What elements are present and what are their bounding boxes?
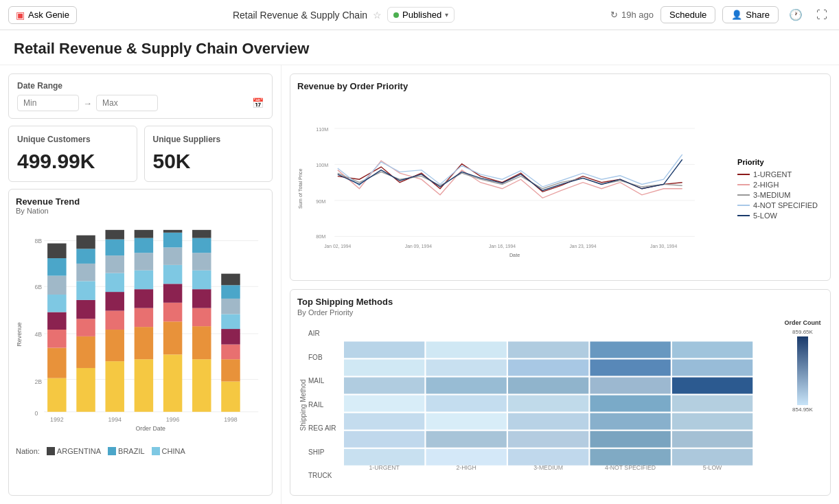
svg-rect-46 (163, 284, 182, 302)
heatmap-grid: 1-URGENT 2-HIGH 3-MEDIUM 4-NOT SPECIFIED… (344, 319, 777, 491)
page-header: Retail Revenue & Supply Chain Overview (0, 30, 839, 65)
svg-rect-52 (192, 326, 211, 359)
fullscreen-icon-button[interactable]: ⛶ (813, 8, 831, 23)
svg-rect-105 (590, 395, 670, 411)
svg-rect-30 (105, 292, 124, 310)
svg-rect-89 (508, 341, 588, 358)
refresh-info: ↻ 19h ago (610, 10, 654, 20)
ask-genie-button[interactable]: ▣ Ask Genie (8, 6, 77, 24)
calendar-icon[interactable]: 📅 (252, 98, 264, 108)
priority-legend-title: Priority (737, 158, 818, 166)
svg-rect-17 (47, 258, 66, 276)
topbar-center: Retail Revenue & Supply Chain ☆ Publishe… (233, 7, 455, 23)
color-scale-bar (797, 336, 808, 405)
legend-not-specified: 4-NOT SPECIFIED (737, 201, 818, 209)
svg-rect-49 (163, 233, 182, 248)
svg-text:90M: 90M (316, 198, 325, 205)
svg-text:Revenue: Revenue (16, 322, 23, 346)
not-specified-color (737, 205, 750, 206)
svg-rect-16 (47, 276, 66, 295)
svg-rect-33 (105, 240, 124, 256)
bar-chart-svg: Revenue 8B 6B 4B 2B 0 (16, 218, 265, 444)
nation-argentina: ARGENTINA (47, 447, 101, 455)
share-button[interactable]: 👤 Share (722, 6, 779, 23)
svg-rect-91 (672, 341, 752, 358)
svg-rect-109 (508, 413, 588, 429)
svg-rect-55 (192, 271, 211, 289)
svg-text:5-LOW: 5-LOW (703, 464, 722, 471)
svg-rect-98 (426, 377, 506, 393)
y-fob: FOB (308, 354, 341, 361)
chevron-down-icon: ▾ (445, 11, 448, 19)
svg-rect-90 (590, 341, 670, 358)
svg-rect-34 (105, 230, 124, 240)
star-icon[interactable]: ☆ (373, 10, 382, 21)
svg-text:Jan 23, 1994: Jan 23, 1994 (569, 244, 596, 249)
date-max-input[interactable] (96, 95, 158, 111)
svg-rect-107 (344, 413, 424, 429)
svg-rect-56 (192, 253, 211, 271)
status-dot (393, 12, 399, 18)
urgent-label: 1-URGENT (753, 170, 792, 179)
legend-high: 2-HIGH (737, 181, 818, 189)
topbar-right: ↻ 19h ago Schedule 👤 Share 🕐 ⛶ (610, 6, 831, 23)
svg-rect-99 (508, 377, 588, 393)
y-air: AIR (308, 330, 341, 337)
svg-text:80M: 80M (316, 233, 325, 240)
svg-rect-111 (672, 413, 752, 429)
schedule-button[interactable]: Schedule (660, 6, 715, 23)
svg-rect-100 (590, 377, 670, 393)
svg-rect-19 (76, 368, 95, 412)
topbar-left: ▣ Ask Genie (8, 6, 77, 24)
legend-min-value: 854.95K (792, 406, 813, 413)
svg-text:110M: 110M (316, 126, 328, 133)
svg-rect-50 (163, 230, 182, 233)
heatmap-svg: 1-URGENT 2-HIGH 3-MEDIUM 4-NOT SPECIFIED… (344, 319, 777, 491)
nation-china: CHINA (152, 447, 185, 455)
history-icon-button[interactable]: 🕐 (785, 7, 806, 23)
svg-rect-65 (221, 285, 240, 299)
nation-legend: Nation: ARGENTINA BRAZIL CHINA (16, 444, 265, 455)
svg-rect-26 (76, 236, 95, 249)
svg-rect-92 (344, 359, 424, 376)
date-range-inputs: → 📅 (17, 95, 264, 111)
svg-rect-115 (590, 431, 670, 447)
svg-rect-43 (163, 354, 182, 411)
svg-text:4-NOT SPECIFIED: 4-NOT SPECIFIED (605, 464, 656, 471)
svg-rect-38 (135, 289, 153, 308)
svg-text:Date: Date (509, 252, 520, 258)
svg-rect-60 (221, 359, 240, 381)
kpi-row: Unique Customers 499.99K Unique Supplier… (8, 126, 273, 182)
svg-rect-88 (426, 341, 506, 358)
china-swatch (152, 447, 160, 455)
svg-text:1994: 1994 (108, 416, 122, 423)
svg-rect-112 (344, 431, 424, 447)
svg-rect-58 (192, 230, 211, 238)
svg-rect-117 (344, 448, 424, 465)
published-badge[interactable]: Published ▾ (387, 7, 455, 23)
argentina-label: ARGENTINA (57, 447, 101, 455)
svg-rect-23 (76, 281, 95, 299)
customers-value: 499.99K (17, 150, 128, 173)
svg-rect-62 (221, 329, 240, 345)
right-panel: Revenue by Order Priority Sum of Total P… (281, 65, 839, 504)
not-specified-label: 4-NOT SPECIFIED (753, 201, 818, 209)
svg-rect-104 (508, 395, 588, 411)
brazil-swatch (108, 447, 116, 455)
high-color (737, 184, 750, 185)
order-count-legend-title: Order Count (785, 319, 821, 326)
svg-rect-20 (76, 336, 95, 368)
legend-medium: 3-MEDIUM (737, 191, 818, 199)
svg-rect-39 (135, 271, 153, 289)
svg-text:1998: 1998 (224, 416, 238, 423)
svg-text:1-URGENT: 1-URGENT (369, 464, 400, 471)
svg-text:Jan 09, 1994: Jan 09, 1994 (405, 244, 432, 249)
svg-rect-57 (192, 238, 211, 253)
date-min-input[interactable] (17, 95, 79, 111)
medium-color (737, 194, 750, 196)
medium-label: 3-MEDIUM (753, 191, 790, 199)
bar-chart-container: Revenue 8B 6B 4B 2B 0 (16, 218, 265, 444)
legend-max-value: 859.65K (792, 329, 813, 335)
svg-rect-106 (672, 395, 752, 411)
svg-rect-120 (590, 448, 670, 465)
